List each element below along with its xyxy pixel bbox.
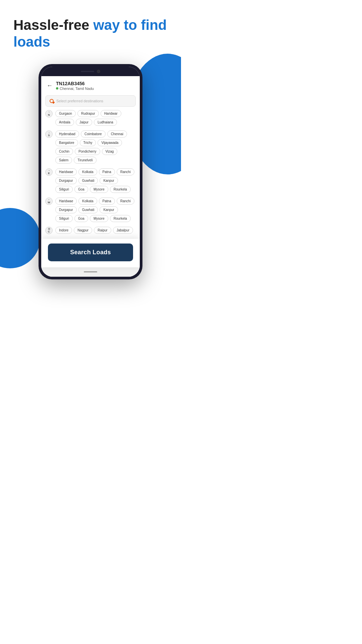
hero-title-blue-2: loads (13, 34, 50, 50)
direction-east: → E Haridwae Kolkata Patna Ranchi Durgap… (45, 168, 136, 193)
tag-raipur[interactable]: Raipur (94, 227, 111, 234)
tag-haridwar[interactable]: Haridwar (101, 110, 121, 117)
tag-jaipur[interactable]: Jaipur (76, 119, 92, 126)
central-tags: Indore Nagpur Raipur Jabalpur (55, 227, 136, 234)
central-label: C (48, 230, 50, 233)
search-loads-button[interactable]: Search Loads (48, 244, 133, 261)
tag-siliguri-e[interactable]: Siliguri (55, 186, 73, 193)
tag-ambala[interactable]: Ambala (55, 119, 74, 126)
search-loads-section: Search Loads (41, 239, 140, 267)
tag-rudrapur[interactable]: Rudrapur (77, 110, 99, 117)
direction-central-header: ⊙ C Indore Nagpur Raipur Jabalpur (45, 227, 136, 234)
tag-ludhaiana[interactable]: Ludhaiana (94, 119, 117, 126)
tag-jabalpur[interactable]: Jabalpur (113, 227, 133, 234)
tag-kanpur-e[interactable]: Kanpur (100, 177, 118, 184)
tag-trichy[interactable]: Trichy (80, 139, 96, 146)
app-content: ← TN12AB3456 Chennai, Tamil Nadu Select … (41, 76, 140, 277)
truck-location-text: Chennai, Tamil Nadu (60, 87, 94, 91)
tag-ranchi-w[interactable]: Ranchi (117, 198, 134, 205)
tag-siliguri-w[interactable]: Siliguri (55, 215, 73, 222)
direction-north: ↑ N Gurgaon Rudrapur Haridwar Ambala Jai… (45, 110, 136, 126)
tag-guwhati-e[interactable]: Guwhati (78, 177, 98, 184)
west-tags: Haridwae Kolkata Patna Ranchi Durgapur G… (55, 198, 136, 222)
south-badge: ↓ S (45, 130, 53, 138)
tag-gurgaon[interactable]: Gurgaon (55, 110, 76, 117)
north-badge: ↑ N (45, 110, 53, 117)
tag-kolkata-e[interactable]: Kolkata (78, 168, 97, 175)
tag-patna-e[interactable]: Patna (99, 168, 115, 175)
online-indicator (56, 87, 58, 90)
east-tags: Haridwae Kolkata Patna Ranchi Durgapur G… (55, 168, 136, 193)
location-icon (50, 99, 54, 103)
phone-screen: ← TN12AB3456 Chennai, Tamil Nadu Select … (41, 67, 140, 277)
tag-ranchi-e[interactable]: Ranchi (117, 168, 134, 175)
truck-location: Chennai, Tamil Nadu (56, 87, 94, 91)
north-tags: Gurgaon Rudrapur Haridwar Ambala Jaipur … (55, 110, 136, 126)
central-badge: ⊙ C (45, 227, 53, 234)
west-badge: ← W (45, 198, 53, 205)
direction-west-header: ← W Haridwae Kolkata Patna Ranchi Durgap… (45, 198, 136, 222)
tag-rourkela-w[interactable]: Rourkela (110, 215, 131, 222)
east-badge: → E (45, 168, 53, 176)
home-indicator (84, 271, 97, 272)
tag-tirunelveli[interactable]: Tirunelveli (74, 157, 96, 164)
tag-durgapur-e[interactable]: Durgapur (55, 177, 77, 184)
direction-west: ← W Haridwae Kolkata Patna Ranchi Durgap… (45, 198, 136, 222)
tag-chennai[interactable]: Chennai (107, 130, 127, 138)
tag-goa-w[interactable]: Goa (74, 215, 88, 222)
tag-cochin[interactable]: Cochin (55, 148, 73, 155)
direction-south: ↓ S Hyderabad Coimbatore Chennai Bangalo… (45, 130, 136, 164)
hero-title-blue-1: way to find (93, 17, 167, 33)
tag-durgapur-w[interactable]: Durgapur (55, 206, 77, 213)
tag-nagpur[interactable]: Nagpur (74, 227, 92, 234)
notch-camera (97, 70, 100, 73)
app-header: ← TN12AB3456 Chennai, Tamil Nadu (41, 76, 140, 94)
tag-vizag[interactable]: Vizag (102, 148, 118, 155)
tag-goa-e[interactable]: Goa (74, 186, 88, 193)
back-button[interactable]: ← (47, 82, 53, 89)
notch-speaker (81, 71, 94, 72)
south-tags: Hyderabad Coimbatore Chennai Bangalore T… (55, 130, 136, 164)
phone-mockup-wrapper: ← TN12AB3456 Chennai, Tamil Nadu Select … (0, 64, 181, 286)
tag-bangalore[interactable]: Bangalore (55, 139, 78, 146)
tag-salem[interactable]: Salem (55, 157, 72, 164)
tag-mysore-w[interactable]: Mysore (90, 215, 108, 222)
tag-coimbatore[interactable]: Coimbatore (81, 130, 106, 138)
directions-container: ↑ N Gurgaon Rudrapur Haridwar Ambala Jai… (41, 110, 140, 239)
east-label: E (48, 172, 50, 175)
tag-mysore-e[interactable]: Mysore (90, 186, 108, 193)
direction-east-header: → E Haridwae Kolkata Patna Ranchi Durgap… (45, 168, 136, 193)
truck-id: TN12AB3456 (56, 81, 94, 86)
tag-indore[interactable]: Indore (55, 227, 72, 234)
direction-south-header: ↓ S Hyderabad Coimbatore Chennai Bangalo… (45, 130, 136, 164)
tag-haridwae-e[interactable]: Haridwae (55, 168, 77, 175)
west-label: W (48, 201, 50, 204)
phone-device: ← TN12AB3456 Chennai, Tamil Nadu Select … (39, 64, 142, 279)
north-label: N (48, 114, 50, 116)
tag-patna-w[interactable]: Patna (99, 198, 115, 205)
hero-section: Hassle-free way to find loads (0, 0, 181, 57)
south-label: S (48, 134, 50, 137)
hero-title: Hassle-free way to find loads (13, 17, 168, 51)
direction-central: ⊙ C Indore Nagpur Raipur Jabalpur (45, 227, 136, 234)
search-placeholder-text: Select preferred destinations (56, 99, 103, 103)
truck-info: TN12AB3456 Chennai, Tamil Nadu (56, 81, 94, 91)
tag-rourkela-e[interactable]: Rourkela (110, 186, 131, 193)
tag-pondicherry[interactable]: Pondicherry (75, 148, 100, 155)
phone-notch (41, 67, 140, 76)
direction-north-header: ↑ N Gurgaon Rudrapur Haridwar Ambala Jai… (45, 110, 136, 126)
phone-bottom-bar (41, 267, 140, 277)
notch-cutout (74, 68, 107, 75)
tag-guwhati-w[interactable]: Guwhati (78, 206, 98, 213)
hero-title-black: Hassle-free (13, 17, 93, 33)
tag-kolkata-w[interactable]: Kolkata (78, 198, 97, 205)
destination-search-bar[interactable]: Select preferred destinations (45, 95, 136, 107)
tag-vijayawada[interactable]: Vijayawada (98, 139, 122, 146)
tag-haridwae-w[interactable]: Haridwae (55, 198, 77, 205)
tag-kanpur-w[interactable]: Kanpur (100, 206, 118, 213)
tag-hyderabad[interactable]: Hyderabad (55, 130, 79, 138)
